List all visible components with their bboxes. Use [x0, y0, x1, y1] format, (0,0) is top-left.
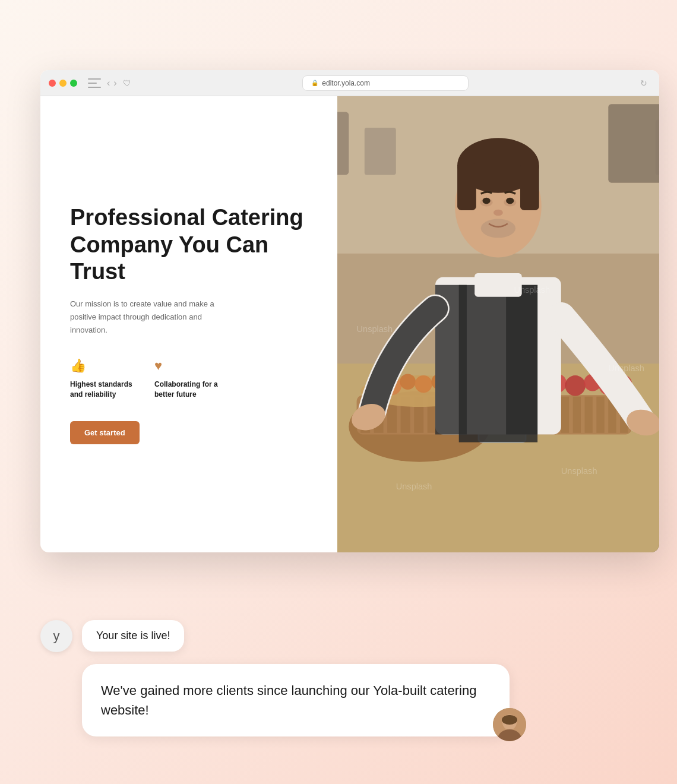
thumbs-up-icon: 👍 — [70, 358, 135, 374]
svg-point-53 — [481, 219, 515, 238]
svg-point-21 — [415, 375, 432, 393]
lock-icon: 🔒 — [311, 80, 318, 86]
svg-text:Unsplash: Unsplash — [396, 482, 432, 491]
feature-label-collaboration: Collaborating for a better future — [154, 380, 220, 400]
testimonial-bubble: We've gained more clients since launchin… — [82, 664, 510, 736]
hero-image-area: Unsplash Unsplash Unsplash Unsplash Unsp… — [337, 96, 659, 552]
svg-rect-28 — [561, 397, 569, 433]
svg-text:Unsplash: Unsplash — [608, 363, 644, 373]
browser-toolbar: ‹ › 🛡 🔒 editor.yola.com ↻ — [40, 70, 659, 96]
nav-buttons: ‹ › — [107, 78, 117, 88]
svg-rect-42 — [459, 285, 537, 442]
address-bar-wrapper: 🔒 editor.yola.com — [137, 75, 634, 91]
address-bar[interactable]: 🔒 editor.yola.com — [302, 75, 469, 91]
svg-rect-5 — [656, 120, 659, 175]
feature-item-collaboration: ♥ Collaborating for a better future — [154, 358, 220, 400]
svg-rect-47 — [520, 163, 539, 210]
svg-text:Unsplash: Unsplash — [514, 285, 551, 295]
svg-point-20 — [400, 374, 416, 389]
svg-rect-4 — [608, 104, 659, 182]
hero-description: Our mission is to create value and make … — [70, 298, 236, 337]
fullscreen-button[interactable] — [70, 80, 77, 87]
get-started-button[interactable]: Get started — [70, 421, 140, 444]
svg-rect-30 — [585, 397, 593, 433]
content-left: Professional Catering Company You Can Tr… — [40, 96, 337, 552]
feature-item-standards: 👍 Highest standards and reliability — [70, 358, 135, 400]
svg-rect-3 — [365, 128, 396, 175]
browser-content: Professional Catering Company You Can Tr… — [40, 96, 659, 552]
svg-rect-2 — [337, 112, 349, 175]
svg-rect-46 — [457, 163, 476, 210]
svg-text:Unsplash: Unsplash — [357, 324, 393, 334]
site-live-bubble: Your site is live! — [82, 620, 184, 652]
svg-text:Unsplash: Unsplash — [561, 466, 597, 476]
svg-point-51 — [506, 198, 514, 204]
yola-avatar-letter: y — [53, 628, 60, 644]
feature-label-standards: Highest standards and reliability — [70, 380, 135, 400]
back-button[interactable]: ‹ — [107, 78, 110, 88]
traffic-lights — [49, 80, 77, 87]
svg-point-52 — [493, 210, 503, 216]
heart-icon: ♥ — [154, 358, 220, 374]
chat-section: y Your site is live! We've gained more c… — [40, 620, 618, 736]
sidebar-toggle-icon[interactable] — [88, 78, 101, 88]
svg-rect-31 — [597, 397, 605, 433]
user-avatar — [493, 708, 526, 741]
svg-rect-29 — [573, 397, 581, 433]
hero-image: Unsplash Unsplash Unsplash Unsplash Unsp… — [337, 96, 659, 552]
features-row: 👍 Highest standards and reliability ♥ Co… — [70, 358, 308, 400]
site-live-row: y Your site is live! — [40, 620, 618, 652]
svg-point-36 — [565, 375, 586, 396]
hero-title: Professional Catering Company You Can Tr… — [70, 204, 308, 286]
user-avatar-image — [493, 708, 526, 741]
yola-avatar: y — [40, 620, 72, 652]
svg-point-50 — [483, 198, 491, 204]
testimonial-text: We've gained more clients since launchin… — [101, 683, 476, 717]
url-text: editor.yola.com — [322, 79, 370, 87]
shield-icon: 🛡 — [123, 78, 131, 88]
reload-button[interactable]: ↻ — [640, 78, 647, 88]
testimonial-row: We've gained more clients since launchin… — [82, 664, 618, 736]
forward-button[interactable]: › — [113, 78, 116, 88]
chef-illustration: Unsplash Unsplash Unsplash Unsplash Unsp… — [337, 96, 659, 552]
close-button[interactable] — [49, 80, 56, 87]
minimize-button[interactable] — [59, 80, 67, 87]
browser-window: ‹ › 🛡 🔒 editor.yola.com ↻ Professional C… — [40, 70, 659, 552]
site-live-text: Your site is live! — [96, 630, 170, 641]
